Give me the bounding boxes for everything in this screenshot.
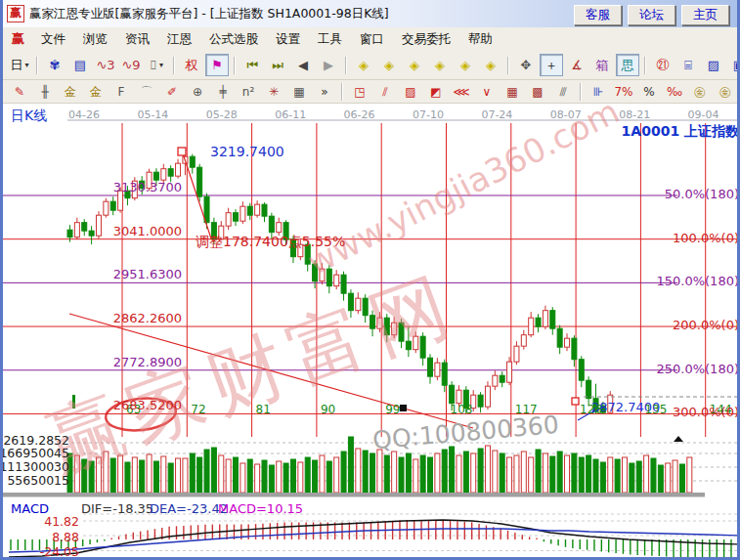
- diamond-vshrink-icon[interactable]: ◈: [479, 54, 502, 76]
- fan-lines-icon[interactable]: ⋘: [450, 81, 473, 102]
- diamond-left-icon[interactable]: ◈: [352, 54, 375, 76]
- app-icon: 赢: [7, 5, 24, 22]
- parallel-lines-icon[interactable]: ⫻: [551, 81, 575, 102]
- circle-angle-icon[interactable]: ⊕: [186, 81, 209, 102]
- main-toolbar: 日▾✾▤∿3∿9⌷▾权⚑⏮⏭◀▶◈◈◈◈◈◈✥＋∡箱思㉑⌸▨▣◫⎙: [3, 51, 737, 80]
- menu-item-公式选股[interactable]: 公式选股: [200, 29, 267, 48]
- homepage-button[interactable]: 主页: [681, 5, 729, 25]
- menu-item-浏览[interactable]: 浏览: [74, 29, 116, 48]
- macd-dea-value: DEA=-23.42: [150, 501, 228, 516]
- menu-item-工具[interactable]: 工具: [309, 29, 351, 48]
- more-tools-chevron[interactable]: »: [313, 81, 336, 102]
- diamond-right-icon[interactable]: ◈: [377, 54, 401, 76]
- wave9-icon[interactable]: ∿9: [119, 54, 143, 76]
- smart-analysis-icon[interactable]: 思: [616, 54, 639, 76]
- diamond-vexpand-icon[interactable]: ◈: [454, 54, 477, 76]
- chart-canvas[interactable]: 赢家财富网 www.yingjia360.com QQ:100800360 日K…: [3, 104, 740, 560]
- toolbar-separator: [36, 57, 38, 74]
- gann-box-icon[interactable]: ◳: [348, 81, 371, 102]
- macd-scale-label: -24.05: [40, 544, 79, 559]
- date-label: 06-26: [344, 108, 375, 121]
- price-level-label: 2951.6300: [113, 267, 182, 281]
- menu-item-交易委托[interactable]: 交易委托: [393, 29, 459, 48]
- grid-123-icon[interactable]: ▦: [287, 81, 311, 102]
- percent-level-label: 250.0%(180): [656, 362, 739, 376]
- percent-level-label: 150.0%(180): [656, 274, 739, 288]
- toolbar-separator: [507, 57, 509, 74]
- first-page-icon[interactable]: ⏮: [240, 54, 264, 76]
- bars-grid-icon[interactable]: ╪: [211, 81, 235, 102]
- symbol-label: 1A0001 上证指数: [622, 123, 739, 141]
- calendar-icon[interactable]: ㉑: [651, 54, 675, 76]
- gold-circle2-icon[interactable]: ㊎: [714, 81, 737, 102]
- crosshair-tool-icon[interactable]: ＋: [540, 54, 563, 76]
- percent-level-label: 200.0%(0): [673, 318, 739, 332]
- date-label: 08-21: [619, 108, 650, 121]
- menu-item-窗口[interactable]: 窗口: [351, 29, 393, 48]
- forum-button[interactable]: 论坛: [628, 5, 675, 25]
- kline-period-dropdown[interactable]: 日▾: [8, 54, 31, 76]
- toolbar-separator: [173, 57, 175, 74]
- grid-box1-icon[interactable]: ▦: [501, 81, 524, 102]
- last-page-icon[interactable]: ⏭: [266, 54, 289, 76]
- next-page-icon[interactable]: ▶: [317, 54, 340, 76]
- n2-icon[interactable]: n²: [237, 81, 260, 102]
- hatch-box-icon[interactable]: ▨: [399, 81, 422, 102]
- box-analysis-icon[interactable]: 箱: [590, 54, 614, 76]
- period-label: 日K线: [11, 108, 47, 125]
- brush-icon[interactable]: ✎: [8, 81, 31, 102]
- gold-grid2-icon[interactable]: 金: [84, 81, 108, 102]
- gann-fan-icon[interactable]: ⫽: [373, 81, 397, 102]
- save-icon[interactable]: ▣: [727, 54, 740, 76]
- info-icon[interactable]: ▤: [68, 54, 92, 76]
- dropdown-arrow-icon: ▾: [159, 62, 163, 69]
- color-kline-icon[interactable]: ⚑: [205, 54, 229, 76]
- title-bar: 赢 赢家江恩专业版[赢家服务平台] - [上证指数 SH1A0001-98日K线…: [3, 0, 737, 28]
- prev-page-icon[interactable]: ◀: [291, 54, 315, 76]
- customer-service-button[interactable]: 客服: [574, 5, 622, 25]
- percent-icon[interactable]: %: [637, 81, 661, 102]
- bar-number-label: 90: [321, 403, 335, 416]
- grid-box2-icon[interactable]: ▩: [526, 81, 549, 102]
- date-label: 05-28: [206, 108, 238, 121]
- gold-circle1-icon[interactable]: ㊎: [688, 81, 712, 102]
- arc-grid-icon[interactable]: ⌒: [135, 81, 158, 102]
- diamond-hexpand-icon[interactable]: ◈: [403, 54, 426, 76]
- menu-item-文件[interactable]: 文件: [32, 29, 74, 48]
- menu-item-资讯[interactable]: 资讯: [116, 29, 158, 48]
- f-grid-icon[interactable]: F: [109, 81, 133, 102]
- box-fan-icon[interactable]: ◩: [424, 81, 448, 102]
- star-compass-icon[interactable]: ✳: [262, 81, 285, 102]
- percent-lines-icon[interactable]: ‰: [663, 81, 686, 102]
- percent-level-label: 100.0%(0): [673, 231, 739, 245]
- percent-level-label: 50.0%(180): [665, 187, 739, 201]
- grid-icon[interactable]: ╫: [33, 81, 57, 102]
- menu-item-江恩[interactable]: 江恩: [158, 29, 200, 48]
- drawing-toolbar: ✎╫金金F⌒✐⊕╪n²✳▦»◳⫽▨◩⋘∨▦▩⫻⊪7%%‰㊎㊎✑Ã金⟋: [3, 80, 737, 104]
- gold-grid1-icon[interactable]: 金: [59, 81, 82, 102]
- restore-rights-icon[interactable]: 权: [180, 54, 203, 76]
- candle-style-dropdown[interactable]: ⌷▾: [145, 54, 168, 76]
- diamond-hshrink-icon[interactable]: ◈: [428, 54, 452, 76]
- menu-item-帮助[interactable]: 帮助: [459, 29, 501, 48]
- calculator-icon[interactable]: ⌸: [676, 54, 700, 76]
- notepad-icon[interactable]: ▨: [702, 54, 725, 76]
- peak-price-annotation: 3219.7400: [210, 144, 284, 159]
- application-window: 赢 赢家江恩专业版[赢家服务平台] - [上证指数 SH1A0001-98日K线…: [0, 0, 740, 560]
- bar-number-label: 108: [451, 403, 473, 416]
- zigzag-icon[interactable]: ∨: [475, 81, 499, 102]
- toolbar-separator: [341, 83, 343, 101]
- macd-value: MACD=10.15: [218, 501, 303, 516]
- percent7-icon[interactable]: 7%: [612, 81, 635, 102]
- macd-dif-value: DIF=-18.35: [81, 501, 153, 516]
- menu-item-设置[interactable]: 设置: [267, 29, 309, 48]
- pen-ruler-icon[interactable]: ✐: [160, 81, 184, 102]
- bar-number-label: 72: [191, 403, 205, 416]
- platform-icon[interactable]: ✾: [43, 54, 66, 76]
- hand-tool-icon[interactable]: ✥: [514, 54, 538, 76]
- angle-tool-icon[interactable]: ∡: [565, 54, 588, 76]
- volume-scale-label: 166950045: [0, 446, 69, 460]
- price-bars-icon[interactable]: ⊪: [587, 81, 610, 102]
- wave3-icon[interactable]: ∿3: [94, 54, 117, 76]
- kline-chart-svg[interactable]: [3, 104, 740, 560]
